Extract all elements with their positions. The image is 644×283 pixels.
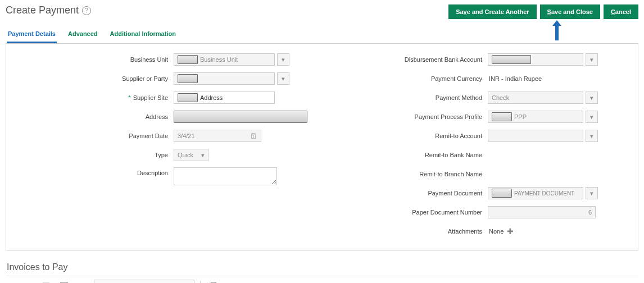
payment-date-label: Payment Date [16,133,174,139]
annotation-arrow-icon [551,20,563,40]
disbursement-bank-input[interactable] [488,53,583,66]
payment-document-input[interactable]: PAYMENT DOCUMENT [488,187,583,199]
remit-branch-label: Remit-to Branch Name [330,171,488,177]
tab-advanced[interactable]: Advanced [67,27,99,43]
payment-process-profile-dropdown-icon[interactable]: ▾ [586,111,598,123]
calendar-icon[interactable]: 🗓 [250,132,257,140]
business-unit-input[interactable]: Business Unit [174,53,275,66]
supplier-site-input[interactable]: Address [174,92,275,104]
payment-document-dropdown-icon[interactable]: ▾ [586,187,598,199]
payment-method-label: Payment Method [330,94,488,101]
address-label: Address [16,113,174,120]
tab-payment-details[interactable]: Payment Details [7,27,57,43]
tabs: Payment Details Advanced Additional Info… [6,27,638,44]
invoices-toolbar: View ▼ Add Cross-Currency User Rates Det… [6,276,638,283]
redacted-value [178,93,198,102]
supplier-site-label: *Supplier Site [16,94,174,101]
svg-marker-0 [552,20,561,40]
business-unit-label: Business Unit [16,56,174,63]
invoices-to-pay-title: Invoices to Pay [7,262,638,272]
payment-method-input[interactable]: Check [488,92,583,104]
payment-process-profile-input[interactable]: PPP [488,111,583,123]
payment-method-dropdown-icon[interactable]: ▾ [586,92,598,104]
supplier-party-input[interactable] [174,72,275,85]
save-and-create-another-button[interactable]: Save and Create Another [448,4,536,19]
details-panel: Business Unit Business Unit ▾ Supplier o… [6,44,638,251]
page-title-text: Create Payment [6,4,79,16]
remit-account-dropdown-icon[interactable]: ▾ [586,130,598,142]
supplier-party-label: Supplier or Party [16,75,174,82]
type-select[interactable]: Quick ▾ [174,149,208,161]
payment-currency-value: INR - Indian Rupee [488,75,542,82]
type-label: Type [16,152,174,158]
redacted-value [492,55,531,64]
remit-bank-label: Remit-to Bank Name [330,152,488,158]
attachments-label: Attachments [330,228,488,235]
paper-doc-num-input[interactable]: 6 [488,206,596,218]
supplier-party-dropdown-icon[interactable]: ▾ [277,72,289,85]
format-icon[interactable] [40,281,52,283]
description-label: Description [16,167,174,176]
add-cross-currency-rates-button[interactable]: Add Cross-Currency User Rates [94,280,195,283]
payment-date-input[interactable]: 3/4/21 🗓 [174,130,261,142]
cancel-button[interactable]: Cancel [604,4,638,19]
page-title: Create Payment ? [6,4,91,16]
save-and-close-button[interactable]: Save and Close [540,4,600,19]
redacted-value [492,189,512,198]
help-icon[interactable]: ? [82,6,91,15]
tab-additional-information[interactable]: Additional Information [109,27,177,43]
detach-button[interactable]: Detach [206,281,240,283]
redacted-value [178,74,198,83]
business-unit-dropdown-icon[interactable]: ▾ [277,53,289,66]
chevron-down-icon: ▾ [201,152,205,159]
payment-currency-label: Payment Currency [330,75,488,82]
delete-icon[interactable] [76,281,88,283]
add-attachment-icon[interactable]: ✚ [507,227,514,236]
toolbar-sep [200,281,201,283]
remit-account-input[interactable] [488,130,583,142]
paper-doc-num-label: Paper Document Number [330,209,488,216]
edit-icon[interactable] [58,281,70,283]
attachments-value: None [488,228,504,235]
address-input[interactable] [174,111,307,123]
payment-process-profile-label: Payment Process Profile [330,113,488,120]
redacted-value [492,112,512,121]
remit-account-label: Remit-to Account [330,133,488,139]
redacted-value [178,55,198,64]
description-input[interactable] [174,167,277,185]
disbursement-bank-dropdown-icon[interactable]: ▾ [586,53,598,66]
disbursement-bank-label: Disbursement Bank Account [330,56,488,63]
header-actions: Save and Create Another Save and Close C… [448,4,638,19]
payment-document-label: Payment Document [330,190,488,197]
